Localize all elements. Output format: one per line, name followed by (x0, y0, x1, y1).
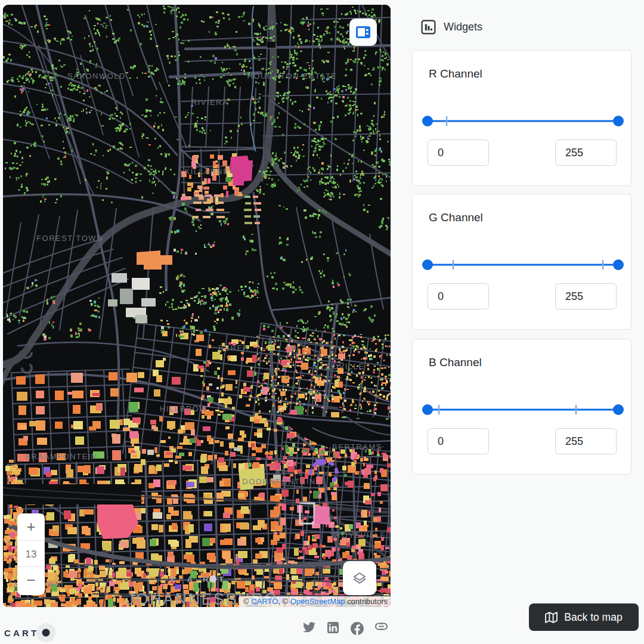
svg-text:KILLARNEY: KILLARNEY (184, 167, 235, 176)
svg-text:BERTRAMS: BERTRAMS (332, 442, 382, 451)
svg-text:SAXONWOLD: SAXONWOLD (67, 72, 126, 80)
svg-text:TROYEVILLE: TROYEVILLE (329, 531, 386, 540)
svg-text:HOUGHTON-ESTATE: HOUGHTON-ESTATE (247, 72, 337, 80)
svg-text:BEREA: BEREA (218, 343, 249, 352)
svg-text:C A R T: C A R T (171, 575, 228, 584)
svg-text:CART: CART (4, 628, 39, 638)
svg-text:DOORNFONTEIN: DOORNFONTEIN (242, 477, 315, 486)
svg-text:HILLBROW: HILLBROW (160, 404, 208, 413)
svg-text:FOREST TOWN: FOREST TOWN (36, 234, 103, 243)
svg-text:RIVIERA: RIVIERA (191, 98, 229, 107)
svg-text:BRAAMFONTEIN: BRAAMFONTEIN (25, 452, 97, 461)
svg-text:YEOVILLE: YEOVILLE (320, 362, 365, 371)
